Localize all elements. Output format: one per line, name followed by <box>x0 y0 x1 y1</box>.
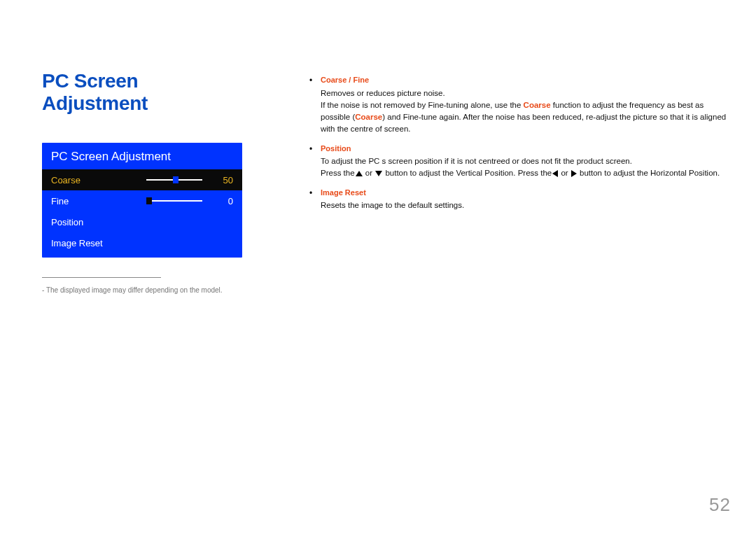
text: To adjust the PC s screen position if it… <box>321 157 632 165</box>
text: If the noise is not removed by Fine-tuni… <box>321 101 524 109</box>
osd-fine-value: 0 <box>216 196 233 206</box>
page-title: PC Screen Adjustment <box>42 70 245 115</box>
osd-row-image-reset[interactable]: Image Reset <box>42 232 242 253</box>
slider-icon <box>146 177 202 183</box>
text-highlight: Coarse <box>524 101 551 109</box>
osd-title: PC Screen Adjustment <box>42 143 242 169</box>
osd-image-reset-label: Image Reset <box>51 238 233 248</box>
text: button to adjust the Horizontal Position… <box>578 169 720 177</box>
text: Removes or reduces picture noise. <box>321 89 445 97</box>
osd-body: Coarse 50 Fine 0 Position <box>42 169 242 258</box>
text: or <box>559 169 570 177</box>
text: button to adjust the Vertical Position. … <box>383 169 552 177</box>
footnote-text: The displayed image may differ depending… <box>46 286 223 294</box>
osd-row-coarse[interactable]: Coarse 50 <box>42 169 242 190</box>
description-list: Coarse / Fine Removes or reduces picture… <box>308 74 735 211</box>
desc-position: Position To adjust the PC s screen posit… <box>308 143 735 180</box>
footnote-rule <box>42 277 161 278</box>
desc-body: To adjust the PC s screen position if it… <box>321 155 735 180</box>
footnote: - The displayed image may differ dependi… <box>42 286 245 294</box>
osd-fine-label: Fine <box>51 196 146 206</box>
osd-position-label: Position <box>51 217 233 227</box>
osd-row-fine[interactable]: Fine 0 <box>42 190 242 211</box>
desc-body: Resets the image to the default settings… <box>321 199 735 211</box>
arrow-up-icon <box>356 171 363 176</box>
osd-panel: PC Screen Adjustment Coarse 50 Fine <box>42 143 242 258</box>
desc-title: Coarse / Fine <box>321 74 735 86</box>
text-highlight: Coarse <box>355 113 382 121</box>
desc-coarse-fine: Coarse / Fine Removes or reduces picture… <box>308 74 735 136</box>
page-number: 52 <box>709 494 731 516</box>
desc-title: Position <box>321 143 735 155</box>
slider-icon <box>146 198 202 204</box>
desc-body: Removes or reduces picture noise. If the… <box>321 87 735 136</box>
osd-coarse-value: 50 <box>216 175 233 185</box>
desc-title: Image Reset <box>321 187 735 199</box>
arrow-left-icon <box>552 170 558 177</box>
osd-coarse-label: Coarse <box>51 175 146 185</box>
osd-row-position[interactable]: Position <box>42 211 242 232</box>
arrow-right-icon <box>571 170 577 177</box>
text: Press the <box>321 169 355 177</box>
arrow-down-icon <box>375 171 382 176</box>
text: or <box>363 169 375 177</box>
desc-image-reset: Image Reset Resets the image to the defa… <box>308 187 735 212</box>
